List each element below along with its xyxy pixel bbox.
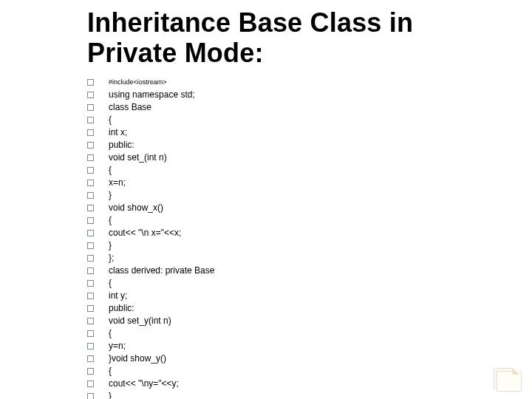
- square-bullet-icon: [87, 242, 94, 249]
- code-text: }: [109, 239, 112, 252]
- square-bullet-icon: [87, 117, 94, 123]
- slide-title: Inheritance Base Class in Private Mode:: [87, 7, 502, 69]
- code-text: int x;: [109, 126, 127, 139]
- code-line: }: [87, 189, 502, 202]
- square-bullet-icon: [87, 393, 94, 399]
- code-text: {: [109, 214, 112, 227]
- square-bullet-icon: [87, 142, 94, 149]
- code-text: void show_x(): [109, 202, 163, 214]
- code-line: void set_y(int n): [87, 315, 502, 327]
- code-text: }void show_y(): [109, 352, 166, 365]
- code-line: {: [87, 214, 502, 227]
- code-line: };: [87, 252, 502, 265]
- code-line: y=n;: [87, 340, 502, 352]
- square-bullet-icon: [87, 293, 94, 299]
- square-bullet-icon: [87, 92, 94, 98]
- square-bullet-icon: [87, 318, 94, 324]
- code-text: public:: [109, 302, 134, 315]
- code-text: class derived: private Base: [109, 265, 214, 277]
- code-text: cout<< "\n x="<<x;: [109, 227, 181, 239]
- code-text: {: [109, 327, 112, 340]
- code-line: }void show_y(): [87, 352, 502, 365]
- code-line: }: [87, 239, 502, 252]
- code-text: int y;: [109, 290, 127, 302]
- code-text: };: [109, 252, 114, 265]
- code-text: }: [109, 390, 112, 399]
- square-bullet-icon: [87, 343, 94, 349]
- slide: Inheritance Base Class in Private Mode: …: [0, 0, 532, 399]
- code-line: int y;: [87, 290, 502, 302]
- code-text: void set_(int n): [109, 151, 167, 164]
- square-bullet-icon: [87, 255, 94, 262]
- code-line: cout<< "\ny="<<y;: [87, 378, 502, 390]
- code-text: {: [109, 114, 112, 126]
- square-bullet-icon: [87, 381, 94, 387]
- square-bullet-icon: [87, 305, 94, 312]
- square-bullet-icon: [87, 230, 94, 236]
- code-text: }: [109, 189, 112, 202]
- square-bullet-icon: [87, 129, 94, 136]
- code-text: {: [109, 164, 112, 177]
- code-text: using namespace std;: [109, 89, 195, 101]
- square-bullet-icon: [87, 330, 94, 337]
- code-line: x=n;: [87, 177, 502, 189]
- square-bullet-icon: [87, 167, 94, 174]
- code-text: #include<iostream>: [109, 76, 167, 89]
- code-line: {: [87, 277, 502, 290]
- code-line: public:: [87, 302, 502, 315]
- square-bullet-icon: [87, 205, 94, 211]
- code-line: class Base: [87, 101, 502, 114]
- square-bullet-icon: [87, 217, 94, 224]
- square-bullet-icon: [87, 192, 94, 199]
- code-text: void set_y(int n): [109, 315, 171, 327]
- square-bullet-icon: [87, 79, 94, 86]
- code-text: cout<< "\ny="<<y;: [109, 378, 179, 390]
- square-bullet-icon: [87, 104, 94, 111]
- code-text: public:: [109, 139, 134, 151]
- square-bullet-icon: [87, 180, 94, 186]
- code-text: class Base: [109, 101, 151, 114]
- code-line: void set_(int n): [87, 151, 502, 164]
- code-line: public:: [87, 139, 502, 151]
- code-line: int x;: [87, 126, 502, 139]
- code-text: x=n;: [109, 177, 126, 189]
- code-line: cout<< "\n x="<<x;: [87, 227, 502, 239]
- code-list: #include<iostream>using namespace std;cl…: [87, 76, 502, 399]
- square-bullet-icon: [87, 355, 94, 362]
- square-bullet-icon: [87, 368, 94, 375]
- code-line: {: [87, 365, 502, 378]
- square-bullet-icon: [87, 267, 94, 274]
- code-line: #include<iostream>: [87, 76, 502, 89]
- page-curl-icon: [494, 368, 519, 389]
- code-line: class derived: private Base: [87, 265, 502, 277]
- code-line: {: [87, 164, 502, 177]
- square-bullet-icon: [87, 280, 94, 287]
- square-bullet-icon: [87, 154, 94, 161]
- code-line: {: [87, 327, 502, 340]
- code-line: {: [87, 114, 502, 126]
- code-line: }: [87, 390, 502, 399]
- code-line: using namespace std;: [87, 89, 502, 101]
- code-text: y=n;: [109, 340, 126, 352]
- code-line: void show_x(): [87, 202, 502, 214]
- code-text: {: [109, 365, 112, 378]
- code-text: {: [109, 277, 112, 290]
